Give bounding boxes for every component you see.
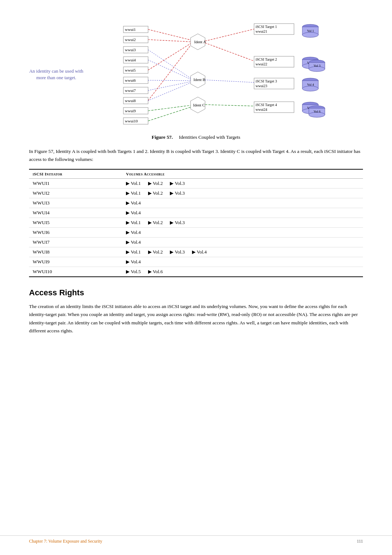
volume-item: Vol.1 [126, 249, 141, 255]
volumes-cell: Vol.1Vol.2Vol.3Vol.4 [122, 247, 363, 257]
initiator-cell: WWUI3 [29, 198, 122, 208]
svg-line-33 [148, 45, 191, 101]
volume-item: Vol.1 [126, 190, 141, 196]
svg-text:wwui6: wwui6 [125, 78, 136, 82]
initiator-cell: WWUI1 [29, 179, 122, 189]
svg-line-27 [148, 40, 191, 42]
volumes-cell: Vol.1Vol.2Vol.3 [122, 189, 363, 198]
svg-line-76 [205, 105, 254, 106]
table-header-row: iSCSI Initiator Volumes Accessible [29, 169, 363, 179]
volume-item: Vol.4 [126, 200, 141, 206]
access-rights-section: Access Rights The creation of an identit… [29, 288, 363, 335]
svg-text:wwui22: wwui22 [256, 62, 267, 66]
volume-item: Vol.2 [148, 220, 163, 226]
svg-text:Vol 1: Vol 1 [307, 29, 314, 33]
svg-text:wwui21: wwui21 [256, 29, 267, 33]
figure-caption: Figure 57. Identities Coupled with Targe… [29, 134, 363, 140]
svg-line-26 [148, 29, 191, 40]
svg-line-35 [148, 105, 191, 111]
volumes-cell: Vol.4 [122, 208, 363, 218]
svg-text:wwui4: wwui4 [125, 58, 136, 62]
svg-text:iSCSI Target 4: iSCSI Target 4 [256, 103, 277, 107]
volume-item: Vol.1 [126, 181, 141, 186]
table-row: WWUI3Vol.4 [29, 198, 363, 208]
volume-item: Vol.4 [126, 230, 141, 235]
volume-item: Vol.2 [148, 249, 163, 255]
volume-item: Vol.4 [126, 239, 141, 245]
volumes-cell: Vol.1Vol.2Vol.3 [122, 179, 363, 189]
volumes-table: iSCSI Initiator Volumes Accessible WWUI1… [29, 169, 363, 277]
table-row: WWUI7Vol.4 [29, 238, 363, 247]
initiator-cell: WWUI6 [29, 228, 122, 238]
volume-item: Vol.1 [126, 220, 141, 226]
initiator-cell: WWUI8 [29, 247, 122, 257]
svg-line-29 [148, 60, 191, 79]
table-row: WWUI2Vol.1Vol.2Vol.3 [29, 189, 363, 198]
initiator-cell: WWUI4 [29, 208, 122, 218]
svg-text:wwui3: wwui3 [125, 48, 136, 52]
table-row: WWUI1Vol.1Vol.2Vol.3 [29, 179, 363, 189]
volumes-cell: Vol.1Vol.2Vol.3 [122, 218, 363, 228]
volume-item: Vol.2 [148, 181, 163, 186]
svg-text:iSCSI Target 2: iSCSI Target 2 [256, 57, 277, 61]
svg-text:Ident A: Ident A [194, 40, 206, 44]
svg-line-74 [205, 43, 254, 61]
svg-text:wwui10: wwui10 [125, 119, 138, 123]
access-rights-body: The creation of an identity limits the i… [29, 303, 363, 335]
svg-text:Vol 6: Vol 6 [314, 110, 321, 113]
volume-item: Vol.3 [170, 181, 185, 186]
volume-item: Vol.3 [170, 220, 185, 226]
svg-line-75 [205, 80, 254, 82]
svg-text:wwui23: wwui23 [256, 84, 267, 88]
svg-text:wwui5: wwui5 [125, 68, 136, 72]
svg-text:wwui9: wwui9 [125, 109, 136, 113]
initiator-cell: WWUI7 [29, 238, 122, 247]
volumes-cell: Vol.5Vol.6 [122, 267, 363, 277]
volumes-cell: Vol.4 [122, 238, 363, 247]
intro-paragraph: In Figure 57, Identity A is coupled with… [29, 147, 363, 163]
diagram-note: An identity can be used with more than o… [29, 68, 83, 81]
col-volumes: Volumes Accessible [122, 169, 363, 179]
access-rights-heading: Access Rights [29, 288, 363, 297]
initiator-cell: WWUI10 [29, 267, 122, 277]
volume-item: Vol.4 [192, 249, 207, 255]
svg-line-36 [148, 107, 191, 121]
svg-point-51 [302, 32, 318, 37]
svg-text:Ident B: Ident B [193, 77, 205, 82]
volume-item: Vol.2 [148, 190, 163, 196]
volume-item: Vol.5 [126, 269, 141, 275]
svg-text:Ident C: Ident C [193, 103, 205, 107]
svg-line-31 [148, 80, 191, 81]
svg-text:wwui2: wwui2 [125, 37, 136, 42]
network-diagram: wwui1 wwui2 wwui3 wwui4 wwui5 wwui6 wwui… [87, 22, 363, 127]
svg-line-34 [148, 83, 191, 101]
table-row: WWUI5Vol.1Vol.2Vol.3 [29, 218, 363, 228]
table-row: WWUI8Vol.1Vol.2Vol.3Vol.4 [29, 247, 363, 257]
svg-line-73 [205, 29, 254, 41]
footer-chapter-label: Chapter 7: Volume Exposure and Security [29, 539, 102, 544]
table-row: WWUI10Vol.5Vol.6 [29, 267, 363, 277]
volumes-cell: Vol.4 [122, 198, 363, 208]
volume-item: Vol.4 [126, 210, 141, 216]
volume-item: Vol.4 [126, 259, 141, 265]
svg-text:wwui24: wwui24 [256, 108, 267, 112]
volume-item: Vol.3 [170, 249, 185, 255]
svg-point-63 [302, 86, 318, 91]
table-row: WWUI9Vol.4 [29, 257, 363, 267]
volume-item: Vol.3 [170, 190, 185, 196]
svg-text:Vol 3: Vol 3 [314, 64, 321, 68]
svg-text:wwui7: wwui7 [125, 88, 136, 93]
svg-line-32 [148, 82, 191, 90]
initiator-cell: WWUI9 [29, 257, 122, 267]
svg-text:wwui8: wwui8 [125, 98, 136, 103]
footer-page-number: 111 [357, 539, 363, 544]
volumes-cell: Vol.4 [122, 228, 363, 238]
col-initiator: iSCSI Initiator [29, 169, 122, 179]
table-row: WWUI4Vol.4 [29, 208, 363, 218]
svg-line-30 [148, 44, 191, 70]
figure-title: Identities Coupled with Targets [179, 134, 240, 140]
volumes-cell: Vol.4 [122, 257, 363, 267]
table-row: WWUI6Vol.4 [29, 228, 363, 238]
svg-text:iSCSI Target 3: iSCSI Target 3 [256, 79, 277, 83]
svg-text:Vol 4: Vol 4 [307, 83, 314, 86]
